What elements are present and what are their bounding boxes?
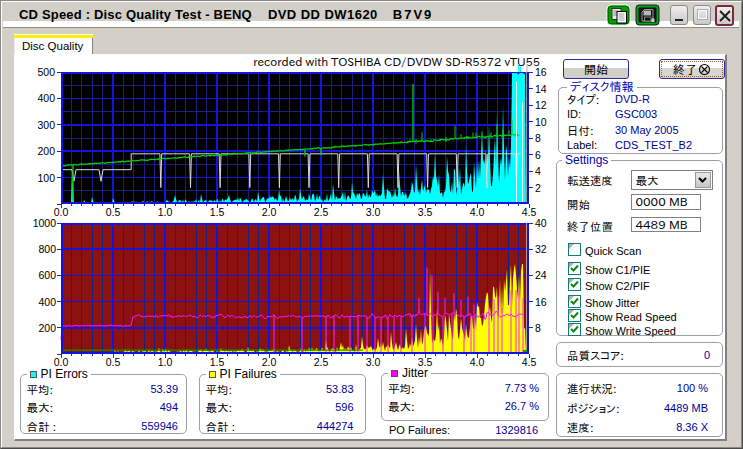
svg-text:16: 16 [535,66,547,78]
svg-text:800: 800 [38,243,56,255]
svg-text:32: 32 [535,243,547,255]
svg-text:4: 4 [535,165,541,177]
svg-text:4.0: 4.0 [470,356,485,368]
svg-text:0.5: 0.5 [106,356,121,368]
svg-text:2.5: 2.5 [314,356,329,368]
svg-text:24: 24 [535,269,547,281]
svg-text:400: 400 [37,92,55,104]
svg-text:400: 400 [38,296,56,308]
svg-text:4.5: 4.5 [522,356,537,368]
svg-text:8: 8 [535,322,541,334]
svg-text:12: 12 [535,99,547,111]
svg-text:100: 100 [37,172,55,184]
svg-text:6: 6 [535,149,541,161]
svg-text:1000: 1000 [33,217,57,229]
svg-text:1.0: 1.0 [158,356,173,368]
svg-text:40: 40 [535,217,547,229]
svg-text:14: 14 [535,83,547,95]
svg-text:3.0: 3.0 [366,356,381,368]
svg-text:300: 300 [37,119,55,131]
svg-text:500: 500 [37,66,55,78]
svg-text:200: 200 [38,322,56,334]
svg-text:10: 10 [535,116,547,128]
svg-text:16: 16 [535,296,547,308]
svg-text:8: 8 [535,132,541,144]
svg-text:200: 200 [37,145,55,157]
svg-text:2: 2 [535,182,541,194]
svg-text:600: 600 [38,269,56,281]
